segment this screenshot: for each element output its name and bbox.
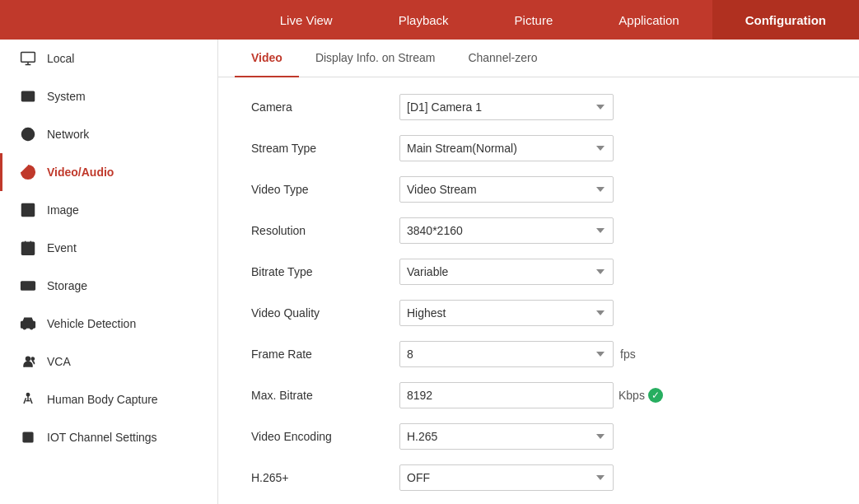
form-row-frame-rate: Frame Rate 1 2 4 6 8 10 12 15 20 25 fps bbox=[251, 341, 826, 367]
vehicle-icon bbox=[19, 315, 37, 333]
video-type-select[interactable]: Video Stream Video & Audio bbox=[399, 176, 614, 203]
form-row-max-bitrate: Max. Bitrate Kbps ✓ bbox=[251, 382, 826, 408]
kbps-unit: Kbps bbox=[619, 389, 645, 402]
tabs: Video Display Info. on Stream Channel-ze… bbox=[218, 40, 859, 77]
monitor-icon bbox=[19, 49, 37, 68]
nav-application[interactable]: Application bbox=[586, 0, 712, 40]
resolution-label: Resolution bbox=[251, 224, 399, 237]
sidebar-item-event[interactable]: Event bbox=[0, 229, 217, 267]
sidebar-label-iot-channel-settings: IOT Channel Settings bbox=[47, 431, 157, 444]
network-icon bbox=[19, 125, 37, 143]
sidebar-label-vehicle-detection: Vehicle Detection bbox=[47, 317, 136, 330]
svg-point-26 bbox=[31, 357, 34, 360]
video-encoding-select[interactable]: H.265 H.264 MJPEG bbox=[399, 423, 614, 450]
sidebar-label-network: Network bbox=[47, 128, 89, 141]
tab-display-info[interactable]: Display Info. on Stream bbox=[299, 40, 452, 77]
sidebar-item-video-audio[interactable]: Video/Audio bbox=[0, 153, 217, 191]
sidebar-item-network[interactable]: Network bbox=[0, 115, 217, 153]
camera-select[interactable]: [D1] Camera 1 [D2] Camera 2 bbox=[399, 94, 614, 120]
sidebar-item-system[interactable]: System bbox=[0, 77, 217, 115]
sidebar-label-human-body-capture: Human Body Capture bbox=[47, 393, 158, 406]
system-icon bbox=[19, 87, 37, 105]
h265plus-label: H.265+ bbox=[251, 471, 399, 484]
sidebar-label-video-audio: Video/Audio bbox=[47, 166, 114, 179]
nav-playback[interactable]: Playback bbox=[366, 0, 482, 40]
sidebar-item-local[interactable]: Local bbox=[0, 40, 217, 77]
sidebar-label-storage: Storage bbox=[47, 279, 87, 292]
video-quality-label: Video Quality bbox=[251, 306, 399, 320]
form-row-camera: Camera [D1] Camera 1 [D2] Camera 2 bbox=[251, 94, 826, 120]
tab-video[interactable]: Video bbox=[235, 40, 299, 77]
image-icon bbox=[19, 201, 37, 219]
layout: Local System Network Video/Audio bbox=[0, 40, 859, 504]
svg-rect-30 bbox=[23, 432, 33, 442]
svg-rect-3 bbox=[22, 91, 35, 101]
tab-channel-zero[interactable]: Channel-zero bbox=[451, 40, 553, 77]
sidebar-label-event: Event bbox=[47, 241, 77, 254]
nav-picture[interactable]: Picture bbox=[482, 0, 586, 40]
sidebar-item-human-body-capture[interactable]: Human Body Capture bbox=[0, 380, 217, 418]
form-row-stream-type: Stream Type Main Stream(Normal) Sub Stre… bbox=[251, 135, 826, 161]
bitrate-type-label: Bitrate Type bbox=[251, 265, 399, 278]
fps-unit: fps bbox=[620, 348, 636, 361]
video-quality-select[interactable]: Highest Higher Medium Low Lower Lowest bbox=[399, 300, 614, 326]
svg-point-25 bbox=[26, 357, 30, 361]
validation-check-icon: ✓ bbox=[648, 388, 663, 403]
sidebar-item-image[interactable]: Image bbox=[0, 191, 217, 229]
form-row-video-encoding: Video Encoding H.265 H.264 MJPEG bbox=[251, 423, 826, 450]
bitrate-type-select[interactable]: Variable Constant bbox=[399, 259, 614, 285]
nav-configuration[interactable]: Configuration bbox=[712, 0, 859, 40]
video-icon bbox=[19, 163, 37, 181]
camera-label: Camera bbox=[251, 100, 399, 114]
sidebar-label-vca: VCA bbox=[47, 355, 71, 368]
event-icon bbox=[19, 239, 37, 257]
form-row-video-type: Video Type Video Stream Video & Audio bbox=[251, 176, 826, 203]
video-encoding-label: Video Encoding bbox=[251, 430, 399, 443]
sidebar-item-storage[interactable]: Storage bbox=[0, 267, 217, 305]
svg-point-20 bbox=[30, 283, 32, 285]
sidebar-item-vehicle-detection[interactable]: Vehicle Detection bbox=[0, 305, 217, 343]
svg-point-27 bbox=[26, 394, 29, 396]
form-row-resolution: Resolution 3840*2160 1920*1080 1280*720 bbox=[251, 217, 826, 244]
main-content: Video Display Info. on Stream Channel-ze… bbox=[218, 40, 859, 504]
sidebar-label-image: Image bbox=[47, 203, 79, 217]
video-type-label: Video Type bbox=[251, 183, 399, 196]
stream-type-label: Stream Type bbox=[251, 142, 399, 155]
sidebar: Local System Network Video/Audio bbox=[0, 40, 218, 504]
svg-point-13 bbox=[25, 207, 26, 209]
max-bitrate-label: Max. Bitrate bbox=[251, 389, 399, 402]
sidebar-item-iot-channel-settings[interactable]: IOT Channel Settings bbox=[0, 418, 217, 456]
form-row-h265plus: H.265+ OFF ON bbox=[251, 464, 826, 491]
svg-point-23 bbox=[23, 326, 26, 329]
svg-point-24 bbox=[30, 326, 33, 329]
sidebar-item-vca[interactable]: VCA bbox=[0, 343, 217, 380]
human-icon bbox=[19, 390, 37, 408]
max-bitrate-input[interactable] bbox=[399, 382, 614, 408]
top-nav: Live View Playback Picture Application C… bbox=[0, 0, 859, 40]
frame-rate-select[interactable]: 1 2 4 6 8 10 12 15 20 25 bbox=[399, 341, 614, 367]
iot-icon bbox=[19, 428, 37, 446]
svg-rect-0 bbox=[21, 53, 35, 63]
storage-icon bbox=[19, 277, 37, 295]
vca-icon bbox=[19, 352, 37, 371]
resolution-select[interactable]: 3840*2160 1920*1080 1280*720 bbox=[399, 217, 614, 244]
sidebar-label-local: Local bbox=[47, 52, 74, 65]
stream-type-select[interactable]: Main Stream(Normal) Sub Stream Third Str… bbox=[399, 135, 614, 161]
form-row-bitrate-type: Bitrate Type Variable Constant bbox=[251, 259, 826, 285]
h265plus-select[interactable]: OFF ON bbox=[399, 464, 614, 491]
frame-rate-label: Frame Rate bbox=[251, 348, 399, 361]
sidebar-label-system: System bbox=[47, 90, 86, 103]
form-area: Camera [D1] Camera 1 [D2] Camera 2 Strea… bbox=[218, 77, 859, 504]
form-row-video-quality: Video Quality Highest Higher Medium Low … bbox=[251, 300, 826, 326]
svg-point-11 bbox=[27, 171, 29, 173]
svg-rect-14 bbox=[22, 242, 35, 254]
nav-live-view[interactable]: Live View bbox=[247, 0, 366, 40]
svg-point-21 bbox=[30, 287, 32, 289]
